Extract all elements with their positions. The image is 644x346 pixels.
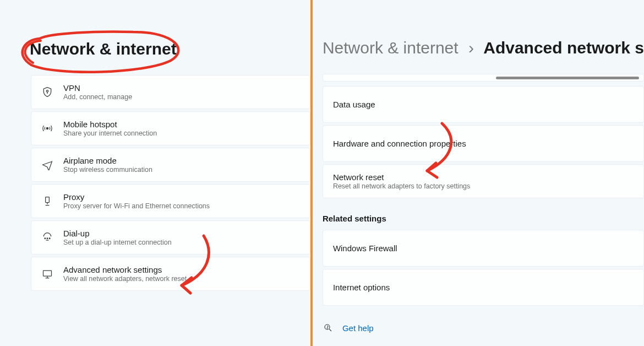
svg-rect-6 [43, 271, 52, 276]
setting-desc: Stop wireless communication [63, 166, 300, 174]
proxy-icon [41, 195, 53, 207]
settings-list-right: Data usage Hardware and connection prope… [323, 74, 644, 198]
breadcrumb-current: Advanced network s [483, 39, 644, 57]
shield-key-icon [41, 86, 53, 98]
setting-title: Airplane mode [63, 156, 300, 165]
svg-point-3 [45, 238, 46, 239]
setting-desc: Share your internet connection [63, 129, 300, 137]
related-settings-heading: Related settings [323, 214, 644, 223]
breadcrumb-separator: › [468, 39, 474, 57]
setting-hardware-properties[interactable]: Hardware and connection properties [323, 125, 644, 162]
setting-desc: Reset all network adapters to factory se… [333, 182, 634, 190]
setting-data-usage[interactable]: Data usage [323, 86, 644, 123]
setting-title: Mobile hotspot [63, 120, 300, 129]
help-icon [323, 322, 334, 333]
breadcrumb-parent[interactable]: Network & internet [323, 39, 459, 57]
setting-title: Proxy [63, 192, 300, 202]
left-panel: Network & internet VPN Add, connect, man… [0, 0, 310, 346]
setting-title: Data usage [333, 100, 634, 109]
get-help-row[interactable]: Get help [323, 322, 644, 333]
setting-desc: Set up a dial-up internet connection [63, 239, 300, 246]
setting-desc: Add, connect, manage [63, 93, 300, 101]
get-help-link[interactable]: Get help [342, 323, 374, 333]
setting-vpn[interactable]: VPN Add, connect, manage [31, 75, 310, 109]
setting-title: VPN [63, 83, 300, 93]
svg-point-0 [46, 90, 48, 92]
setting-mobile-hotspot[interactable]: Mobile hotspot Share your internet conne… [31, 111, 310, 145]
svg-point-8 [327, 328, 328, 329]
setting-proxy[interactable]: Proxy Proxy server for Wi-Fi and Etherne… [31, 184, 310, 218]
setting-title: Network reset [333, 172, 634, 182]
setting-title: Windows Firewall [333, 244, 634, 253]
svg-point-4 [47, 238, 48, 239]
scrollbar-track[interactable] [323, 74, 644, 82]
svg-point-1 [46, 127, 48, 129]
airplane-icon [41, 159, 53, 171]
right-panel: Network & internet › Advanced network s … [313, 0, 644, 346]
setting-advanced-network[interactable]: Advanced network settings View all netwo… [31, 257, 310, 291]
setting-title: Internet options [333, 283, 634, 292]
setting-windows-firewall[interactable]: Windows Firewall [323, 230, 644, 267]
computer-icon [41, 268, 53, 280]
setting-internet-options[interactable]: Internet options [323, 269, 644, 306]
related-list: Windows Firewall Internet options [323, 230, 644, 306]
page-title: Network & internet [30, 40, 177, 58]
setting-network-reset[interactable]: Network reset Reset all network adapters… [323, 164, 644, 198]
setting-desc: Proxy server for Wi-Fi and Ethernet conn… [63, 202, 300, 210]
setting-desc: View all network adapters, network reset [63, 275, 300, 283]
svg-point-5 [49, 238, 50, 239]
dial-up-icon [41, 231, 53, 244]
setting-title: Advanced network settings [63, 265, 300, 274]
hotspot-icon [41, 122, 53, 134]
setting-title: Dial-up [63, 229, 300, 238]
svg-rect-2 [46, 197, 50, 203]
breadcrumb: Network & internet › Advanced network s [323, 39, 644, 57]
setting-title: Hardware and connection properties [333, 139, 634, 148]
settings-list-left: VPN Add, connect, manage Mobile hotspot … [31, 75, 310, 291]
setting-airplane-mode[interactable]: Airplane mode Stop wireless communicatio… [31, 148, 310, 182]
setting-dial-up[interactable]: Dial-up Set up a dial-up internet connec… [31, 220, 310, 255]
